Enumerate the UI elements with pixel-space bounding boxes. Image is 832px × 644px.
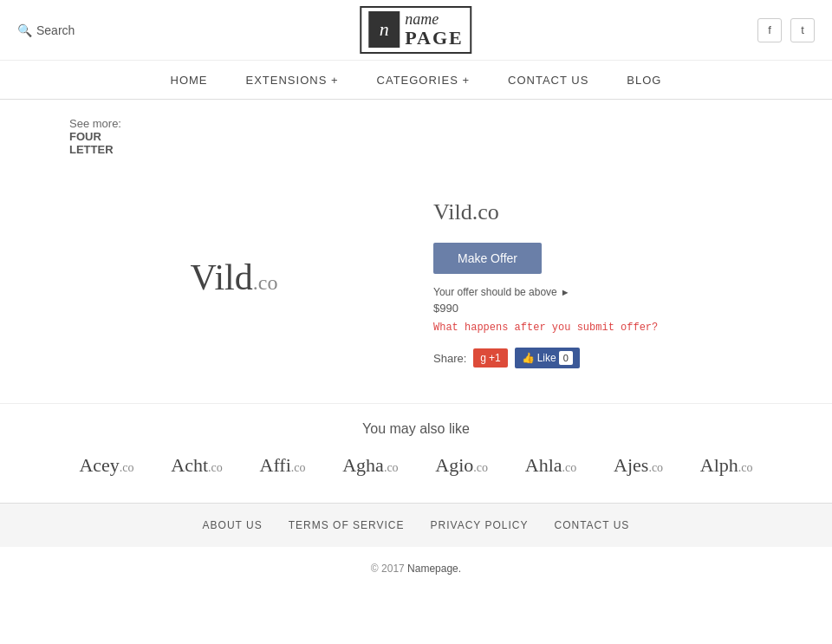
nav-contact[interactable]: CONTACT US xyxy=(489,63,608,97)
offer-amount: $990 xyxy=(433,302,763,315)
list-item[interactable]: Affi.co xyxy=(260,454,306,477)
footer-nav: ABOUT US TERMS OF SERVICE PRIVACY POLICY… xyxy=(0,503,832,547)
footer-nav-contact[interactable]: CONTACT US xyxy=(554,519,629,531)
logo-name: name xyxy=(405,11,463,29)
share-row: Share: g +1 👍 Like 0 xyxy=(433,348,763,368)
nav-categories[interactable]: CATEGORIES + xyxy=(358,63,489,97)
nav-blog[interactable]: BLOG xyxy=(608,63,680,97)
copyright-year: © 2017 xyxy=(371,563,405,575)
footer: ABOUT US TERMS OF SERVICE PRIVACY POLICY… xyxy=(0,503,832,590)
also-like-title: You may also like xyxy=(69,421,763,437)
make-offer-button[interactable]: Make Offer xyxy=(433,243,542,274)
copyright-link[interactable]: Namepage. xyxy=(407,563,461,575)
list-item[interactable]: Alph.co xyxy=(700,454,753,477)
domain-logo-area: Vild.co xyxy=(69,191,399,364)
site-header: 🔍 Search n name PAGE f t xyxy=(0,0,832,61)
facebook-link[interactable]: f xyxy=(757,18,782,42)
domain-ext-display: .co xyxy=(253,271,278,294)
list-item[interactable]: Ajes.co xyxy=(614,454,663,477)
list-item[interactable]: Ahla.co xyxy=(525,454,576,477)
offer-hint-text: Your offer should be above xyxy=(433,286,557,298)
footer-nav-terms[interactable]: TERMS OF SERVICE xyxy=(289,519,405,531)
arrow-right-icon: ► xyxy=(561,287,570,297)
list-item[interactable]: Agio.co xyxy=(435,454,488,477)
site-logo[interactable]: n name PAGE xyxy=(360,6,471,55)
breadcrumb: See more: FOURLETTER xyxy=(0,100,832,173)
gplus-label: +1 xyxy=(489,352,501,364)
domain-info: Vild.co Make Offer Your offer should be … xyxy=(433,191,763,368)
search-button[interactable]: 🔍 Search xyxy=(17,23,75,37)
list-item[interactable]: Acey.co xyxy=(79,454,133,477)
list-item[interactable]: Acht.co xyxy=(171,454,222,477)
domain-title: Vild.co xyxy=(433,199,763,225)
facebook-like-button[interactable]: 👍 Like 0 xyxy=(515,348,580,368)
logo-text: name PAGE xyxy=(405,11,463,49)
gplus-icon: g xyxy=(480,352,486,364)
footer-copyright: © 2017 Namepage. xyxy=(0,547,832,590)
nav-home[interactable]: HOME xyxy=(152,63,227,97)
what-happens-link[interactable]: What happens after you submit offer? xyxy=(433,322,763,334)
footer-nav-privacy[interactable]: PRIVACY POLICY xyxy=(431,519,529,531)
fb-like-icon: 👍 xyxy=(522,352,535,364)
breadcrumb-link[interactable]: FOURLETTER xyxy=(69,130,763,156)
logo-icon: n xyxy=(368,11,400,48)
twitter-link[interactable]: t xyxy=(790,18,815,42)
logo-page: PAGE xyxy=(405,28,463,49)
search-label: Search xyxy=(36,23,75,37)
main-nav: HOME EXTENSIONS + CATEGORIES + CONTACT U… xyxy=(0,61,832,100)
main-content: Vild.co Vild.co Make Offer Your offer sh… xyxy=(0,173,832,403)
also-like-section: You may also like Acey.co Acht.co Affi.c… xyxy=(0,403,832,503)
breadcrumb-text: FOURLETTER xyxy=(69,130,763,156)
fb-count: 0 xyxy=(559,351,573,365)
domain-logo-display: Vild.co xyxy=(191,257,278,298)
footer-nav-about[interactable]: ABOUT US xyxy=(203,519,263,531)
list-item[interactable]: Agha.co xyxy=(342,454,398,477)
gplus-button[interactable]: g +1 xyxy=(473,348,507,368)
fb-like-label: Like xyxy=(537,352,556,364)
also-like-grid: Acey.co Acht.co Affi.co Agha.co Agio.co … xyxy=(69,454,763,477)
domain-name-display: Vild xyxy=(191,257,253,297)
social-links: f t xyxy=(757,18,815,42)
nav-extensions[interactable]: EXTENSIONS + xyxy=(227,63,358,97)
breadcrumb-prefix: See more: xyxy=(69,117,121,130)
offer-hint: Your offer should be above ► xyxy=(433,286,763,298)
share-label: Share: xyxy=(433,352,466,365)
twitter-icon: t xyxy=(801,23,804,36)
facebook-icon: f xyxy=(768,23,771,36)
search-icon: 🔍 xyxy=(17,23,32,37)
